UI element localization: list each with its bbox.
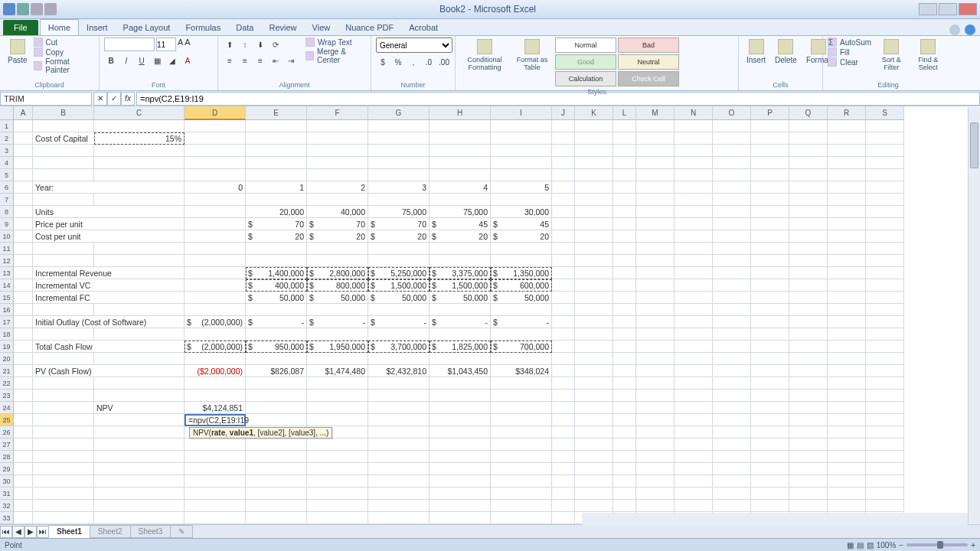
comma-icon[interactable]: , xyxy=(407,55,420,69)
cell-K25[interactable] xyxy=(575,414,613,426)
cell-N22[interactable] xyxy=(675,377,713,390)
row-header-9[interactable]: 9 xyxy=(0,218,14,230)
cell-K32[interactable] xyxy=(575,500,613,512)
cell-A33[interactable] xyxy=(14,512,33,524)
cell-Q11[interactable] xyxy=(789,243,828,255)
cell-Q26[interactable] xyxy=(789,426,828,439)
align-left-icon[interactable]: ≡ xyxy=(223,54,237,67)
cell-L2[interactable] xyxy=(613,132,636,145)
cell-I28[interactable] xyxy=(491,451,552,463)
cell-M24[interactable] xyxy=(636,402,675,414)
cell-N24[interactable] xyxy=(675,402,713,414)
cell-B14[interactable]: Incremental VC xyxy=(33,279,185,292)
cell-G18[interactable] xyxy=(368,328,430,341)
cell-F23[interactable] xyxy=(307,390,368,402)
cell-I3[interactable] xyxy=(491,145,552,157)
cell-C25[interactable] xyxy=(94,414,185,426)
cell-E18[interactable] xyxy=(246,328,307,341)
cell-L16[interactable] xyxy=(613,304,636,316)
cell-K16[interactable] xyxy=(575,304,613,316)
cell-M22[interactable] xyxy=(636,377,675,390)
cell-L24[interactable] xyxy=(613,402,636,414)
cell-A6[interactable] xyxy=(14,181,33,194)
cell-O2[interactable] xyxy=(713,132,751,145)
cell-A11[interactable] xyxy=(14,243,33,255)
cell-C16[interactable] xyxy=(94,304,185,316)
conditional-formatting-button[interactable]: Conditional Formatting xyxy=(460,37,509,73)
cell-G25[interactable] xyxy=(368,414,430,426)
cell-S26[interactable] xyxy=(866,426,904,439)
cell-K2[interactable] xyxy=(575,132,613,145)
cell-Q19[interactable] xyxy=(789,341,828,353)
row-header-19[interactable]: 19 xyxy=(0,341,14,353)
cell-I7[interactable] xyxy=(491,194,552,206)
tab-formulas[interactable]: Formulas xyxy=(178,20,228,35)
cell-A1[interactable] xyxy=(14,120,33,132)
dec-decimal-icon[interactable]: .00 xyxy=(437,55,451,69)
cell-O26[interactable] xyxy=(713,426,751,439)
autosum-button[interactable]: ΣAutoSum xyxy=(828,37,871,47)
cell-M29[interactable] xyxy=(636,463,675,475)
cell-E1[interactable] xyxy=(246,120,307,132)
cell-Q31[interactable] xyxy=(789,487,828,500)
cell-N12[interactable] xyxy=(675,255,713,267)
cell-F22[interactable] xyxy=(307,377,368,390)
cell-R18[interactable] xyxy=(828,328,866,341)
cell-E33[interactable] xyxy=(246,512,307,524)
cell-J11[interactable] xyxy=(552,243,575,255)
row-header-6[interactable]: 6 xyxy=(0,181,14,194)
cell-K21[interactable] xyxy=(575,365,613,377)
row-header-33[interactable]: 33 xyxy=(0,512,14,524)
align-bottom-icon[interactable]: ⬇ xyxy=(253,37,267,51)
cell-P3[interactable] xyxy=(751,145,789,157)
cell-K22[interactable] xyxy=(575,377,613,390)
orientation-icon[interactable]: ⟳ xyxy=(269,37,283,51)
cell-N28[interactable] xyxy=(675,451,713,463)
cell-B26[interactable] xyxy=(33,426,94,439)
cell-E5[interactable] xyxy=(246,169,307,181)
cell-I27[interactable] xyxy=(491,439,552,451)
cell-F10[interactable]: $20 xyxy=(307,230,368,243)
cell-B5[interactable] xyxy=(33,169,94,181)
cell-I21[interactable]: $348,024 xyxy=(491,365,552,377)
cell-E19[interactable]: $950,000 xyxy=(246,341,307,353)
cell-F1[interactable] xyxy=(307,120,368,132)
column-header-I[interactable]: I xyxy=(491,106,552,120)
cell-F31[interactable] xyxy=(307,487,368,500)
cell-A13[interactable] xyxy=(14,267,33,279)
cell-D22[interactable] xyxy=(185,377,246,390)
cell-P13[interactable] xyxy=(751,267,789,279)
row-header-26[interactable]: 26 xyxy=(0,426,14,439)
cell-O19[interactable] xyxy=(713,341,751,353)
cell-J1[interactable] xyxy=(552,120,575,132)
cell-Q3[interactable] xyxy=(789,145,828,157)
cell-B33[interactable] xyxy=(33,512,94,524)
cell-A32[interactable] xyxy=(14,500,33,512)
cell-L30[interactable] xyxy=(613,475,636,487)
cell-K3[interactable] xyxy=(575,145,613,157)
fill-button[interactable]: Fill xyxy=(828,47,871,57)
column-header-H[interactable]: H xyxy=(430,106,491,120)
currency-icon[interactable]: $ xyxy=(376,55,390,69)
sheet-tab-1[interactable]: Sheet1 xyxy=(48,525,90,538)
cell-O13[interactable] xyxy=(713,267,751,279)
cell-H20[interactable] xyxy=(430,353,491,365)
cell-F18[interactable] xyxy=(307,328,368,341)
cell-S27[interactable] xyxy=(866,439,904,451)
cell-H14[interactable]: $1,500,000 xyxy=(430,279,491,292)
column-header-R[interactable]: R xyxy=(828,106,866,120)
cell-J29[interactable] xyxy=(552,463,575,475)
cell-D30[interactable] xyxy=(185,475,246,487)
cell-J26[interactable] xyxy=(552,426,575,439)
row-header-7[interactable]: 7 xyxy=(0,194,14,206)
cell-P31[interactable] xyxy=(751,487,789,500)
cell-K23[interactable] xyxy=(575,390,613,402)
cell-J21[interactable] xyxy=(552,365,575,377)
cell-H11[interactable] xyxy=(430,243,491,255)
cell-A31[interactable] xyxy=(14,487,33,500)
cell-G20[interactable] xyxy=(368,353,430,365)
font-size-input[interactable] xyxy=(156,37,176,51)
cell-J16[interactable] xyxy=(552,304,575,316)
cell-E23[interactable] xyxy=(246,390,307,402)
cell-H28[interactable] xyxy=(430,451,491,463)
